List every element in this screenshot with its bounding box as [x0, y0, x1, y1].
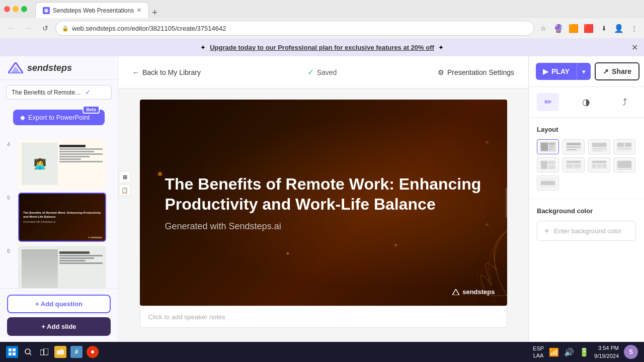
color-swatch-icon: ✦: [543, 226, 550, 236]
slide-thumb-6[interactable]: [18, 246, 106, 288]
taskbar-avatar[interactable]: S: [624, 345, 638, 359]
minimize-window-btn[interactable]: [13, 6, 19, 12]
chevron-down-icon: ▾: [582, 68, 586, 75]
edit-tool-button[interactable]: ✏: [537, 93, 559, 111]
svg-rect-28: [574, 164, 581, 168]
browser-chrome: Sendsteps Web Presentations ✕ + ← → ↺ 🔒 …: [0, 0, 644, 38]
back-to-library-link[interactable]: ← Back to My Library: [132, 68, 201, 76]
svg-rect-26: [567, 161, 581, 163]
svg-rect-35: [617, 161, 631, 168]
sidebar-title-area: The Benefits of Remote W ✓: [0, 80, 118, 103]
browser-tabs: Sendsteps Web Presentations ✕ +: [35, 0, 160, 18]
svg-rect-33: [602, 164, 606, 168]
battery-icon[interactable]: 🔋: [579, 347, 589, 357]
share-icon: ↗: [603, 67, 609, 75]
svg-rect-24: [548, 165, 555, 169]
menu-icon[interactable]: ⋮: [628, 22, 640, 34]
wifi-icon[interactable]: 📶: [549, 347, 559, 357]
slide-thumb-5[interactable]: The Benefits of Remote Work: Enhancing P…: [18, 193, 106, 242]
refresh-nav-btn[interactable]: ↺: [38, 21, 52, 35]
layout-option-2[interactable]: [562, 139, 585, 154]
bg-color-input[interactable]: ✦ Enter background color: [537, 221, 636, 241]
folders-taskbar-btn[interactable]: [54, 346, 66, 358]
new-tab-button[interactable]: +: [149, 8, 160, 18]
speaker-notes-area[interactable]: Click to add speaker notes: [140, 306, 507, 328]
presentation-settings-button[interactable]: ⚙ Presentation Settings: [438, 68, 514, 76]
slide-item-6[interactable]: 6: [7, 246, 111, 288]
promo-close-btn[interactable]: ✕: [631, 43, 638, 52]
files-taskbar-btn[interactable]: [38, 346, 50, 358]
extension-icon-4[interactable]: ⬇: [598, 22, 610, 34]
play-button[interactable]: ▶ PLAY: [536, 63, 577, 80]
contrast-icon: ◑: [582, 97, 590, 108]
layout-option-6[interactable]: [562, 157, 585, 172]
slide-item-5[interactable]: 5 The Benefits of Remote Work: Enhancing…: [7, 193, 111, 242]
active-tab[interactable]: Sendsteps Web Presentations ✕: [35, 2, 149, 18]
promo-link[interactable]: Upgrade today to our Professional plan f…: [210, 44, 434, 51]
add-slide-button[interactable]: + Add slide: [7, 317, 111, 336]
clock[interactable]: 3:54 PM 9/19/2024: [594, 344, 619, 360]
layout-option-8[interactable]: [613, 157, 635, 172]
browser-toolbar-icons: ☆ 🔮 🟧 🟥 ⬇ 👤 ⋮: [537, 22, 640, 34]
close-window-btn[interactable]: [4, 6, 10, 12]
slide-item-4[interactable]: 4 👩‍💻: [7, 139, 111, 189]
extension-icon-1[interactable]: 🔮: [552, 22, 565, 34]
close-tab-btn[interactable]: ✕: [137, 7, 141, 14]
layout-option-9[interactable]: [537, 175, 559, 191]
slide-subtitle: Generated with Sendsteps.ai: [165, 221, 482, 232]
promo-star-left: ✦: [200, 44, 206, 51]
bookmark-icon[interactable]: ☆: [537, 22, 549, 34]
extension-icon-2[interactable]: 🟧: [568, 22, 580, 34]
svg-rect-45: [40, 350, 44, 355]
back-nav-btn[interactable]: ←: [4, 21, 18, 35]
presentation-title-bar[interactable]: The Benefits of Remote W ✓: [6, 85, 112, 100]
chrome-taskbar-btn[interactable]: [87, 346, 99, 358]
presentation-title-text: The Benefits of Remote W: [12, 89, 82, 96]
slide-thumb-4[interactable]: 👩‍💻: [18, 139, 106, 189]
volume-icon[interactable]: 🔊: [564, 347, 574, 357]
contrast-tool-button[interactable]: ◑: [575, 93, 597, 111]
saved-check-icon: ✓: [307, 67, 314, 77]
layout-option-1[interactable]: [537, 139, 559, 154]
svg-rect-10: [567, 143, 581, 145]
extension-icon-3[interactable]: 🟥: [583, 22, 595, 34]
time-text: 3:54 PM: [594, 344, 619, 352]
main-area: ← Back to My Library ✓ Saved ⚙ Presentat…: [118, 56, 528, 342]
layout-options-grid: [537, 139, 636, 191]
address-bar[interactable]: 🔒 web.sendsteps.com/editor/3821105/creat…: [55, 21, 534, 36]
promo-banner: ✦ Upgrade today to our Professional plan…: [0, 38, 644, 56]
profile-icon[interactable]: 👤: [613, 22, 625, 34]
particle-3: [486, 141, 489, 144]
share-label: Share: [612, 67, 631, 75]
svg-rect-12: [567, 149, 577, 150]
search-taskbar-btn[interactable]: [22, 346, 34, 358]
play-dropdown-button[interactable]: ▾: [577, 63, 591, 80]
svg-marker-3: [452, 289, 459, 295]
sidebar-actions: + Add question + Add slide: [0, 288, 118, 342]
panel-tools: ✏ ◑ ⤴: [529, 87, 644, 118]
layout-option-7[interactable]: [588, 157, 610, 172]
slides-list: ⊞ 📋 4 👩‍💻: [0, 135, 118, 288]
slide-logo: sendsteps: [452, 288, 495, 296]
svg-point-43: [25, 349, 30, 354]
start-button[interactable]: [6, 346, 18, 358]
slide-number-5: 5: [7, 195, 14, 201]
share-button[interactable]: ↗ Share: [595, 62, 639, 80]
export-powerpoint-button[interactable]: ◆ Export to PowerPoint Beta: [13, 110, 105, 125]
slide-number-6: 6: [7, 248, 14, 254]
language-indicator[interactable]: ESP LAA: [533, 345, 544, 359]
layout-option-3[interactable]: [588, 139, 610, 154]
add-question-button[interactable]: + Add question: [7, 295, 111, 313]
svg-rect-16: [592, 150, 602, 151]
export-tool-button[interactable]: ⤴: [614, 93, 636, 111]
bg-color-title: Background color: [537, 207, 636, 215]
svg-rect-42: [13, 352, 16, 355]
slide-canvas[interactable]: The Benefits of Remote Work: Enhancing P…: [140, 100, 507, 306]
maximize-window-btn[interactable]: [21, 6, 27, 12]
particle-2: [394, 244, 397, 246]
layout-option-5[interactable]: [537, 157, 559, 172]
forward-nav-btn[interactable]: →: [21, 21, 35, 35]
layout-option-4[interactable]: [613, 139, 635, 154]
slack-taskbar-btn[interactable]: #: [70, 346, 83, 358]
browser-titlebar: Sendsteps Web Presentations ✕ +: [0, 0, 644, 18]
